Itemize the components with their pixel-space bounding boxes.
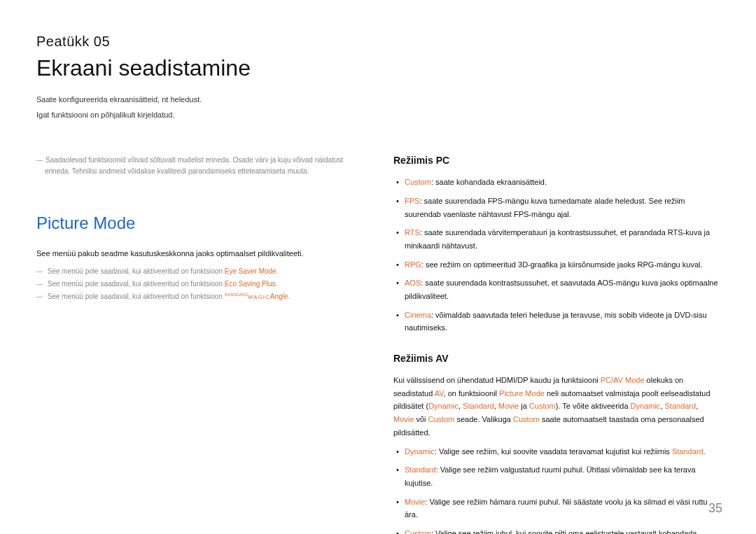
list-item: Cinema: võimaldab saavutada teleri heled…: [393, 309, 720, 335]
note-eco-saving: See menüü pole saadaval, kui aktiveeritu…: [36, 279, 358, 290]
list-item: Custom: saate kohandada ekraanisätteid.: [393, 176, 720, 189]
list-item: RPG: see režiim on optimeeritud 3D-graaf…: [393, 258, 720, 272]
section-heading-picture-mode: Picture Mode: [36, 213, 358, 233]
list-item: Dynamic: Valige see režiim, kui soovite …: [393, 445, 720, 458]
av-mode-heading: Režiimis AV: [393, 353, 720, 364]
list-item: FPS: saate suurendada FPS-mängu kuva tum…: [393, 195, 720, 220]
note-eye-saver: See menüü pole saadaval, kui aktiveeritu…: [36, 266, 358, 277]
chapter-title: Ekraani seadistamine: [36, 55, 720, 81]
top-footnote: Saadaolevad funktsioonid võivad sõltuval…: [36, 155, 358, 177]
page-number: 35: [708, 501, 722, 516]
chapter-intro-2: Igat funktsiooni on põhjalikult kirjelda…: [36, 109, 720, 122]
note-magic-angle: See menüü pole saadaval, kui aktiveeritu…: [36, 291, 358, 302]
av-mode-paragraph: Kui välissisend on ühendatud HDMI/DP kau…: [393, 374, 720, 439]
list-item: RTS: saate suurendada värvitemperatuuri …: [393, 226, 720, 252]
pc-mode-list: Custom: saate kohandada ekraanisätteid. …: [393, 176, 720, 335]
list-item: Standard: Valige see režiim valgustatud …: [393, 463, 720, 489]
samsung-magic-brand: SAMSUNGMAGIC: [225, 293, 270, 300]
right-column: Režiimis PC Custom: saate kohandada ekra…: [393, 155, 720, 534]
av-mode-list: Dynamic: Valige see režiim, kui soovite …: [393, 445, 720, 535]
list-item: Movie: Valige see režiim hämara ruumi pu…: [393, 496, 720, 521]
list-item: AOS: saate suurendada kontrastsussuhet, …: [393, 276, 720, 302]
picture-mode-desc: See menüü pakub seadme kasutuskeskkonna …: [36, 247, 358, 260]
list-item: Custom: Valige see režiim juhul, kui soo…: [393, 527, 720, 534]
chapter-intro-1: Saate konfigureerida ekraanisätteid, nt …: [36, 94, 720, 106]
pc-mode-heading: Režiimis PC: [393, 155, 720, 166]
chapter-label: Peatükk 05: [36, 34, 720, 50]
left-column: Saadaolevad funktsioonid võivad sõltuval…: [36, 155, 358, 534]
